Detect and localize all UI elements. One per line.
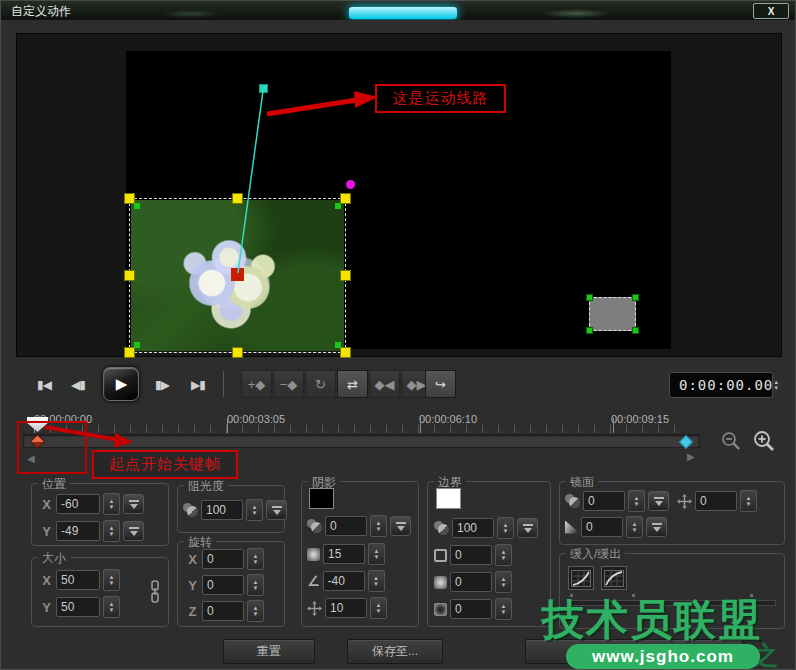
size-x-spinner[interactable] <box>103 569 120 591</box>
soft-edge-icon <box>434 576 447 589</box>
play-button[interactable]: ▶ <box>103 367 139 401</box>
border-soft-edge-input[interactable] <box>450 572 492 592</box>
position-x-slider-button[interactable] <box>123 494 144 514</box>
remove-keyframe-button[interactable]: −◆ <box>273 370 304 398</box>
transparency-icon <box>434 521 449 535</box>
border-depth-spinner[interactable] <box>495 598 512 620</box>
resize-handle[interactable] <box>340 193 351 204</box>
opacity-spinner[interactable] <box>246 499 263 521</box>
mirror-transparency-slider-button[interactable] <box>648 491 669 511</box>
rotation-x-input[interactable] <box>202 549 244 569</box>
position-x-spinner[interactable] <box>103 493 120 515</box>
shadow-angle-input[interactable] <box>323 571 365 591</box>
motion-curve-button[interactable]: ↪ <box>425 370 456 398</box>
motion-keyframe-dot[interactable] <box>346 180 355 189</box>
mirror-gradient-spinner[interactable] <box>626 516 643 538</box>
resize-handle[interactable] <box>232 347 243 358</box>
position-y-slider-button[interactable] <box>123 521 144 541</box>
shadow-color-swatch[interactable] <box>309 488 334 509</box>
rotate-handle[interactable] <box>632 327 639 334</box>
mirror-transparency-input[interactable] <box>583 491 625 511</box>
shadow-group: 阴影 ∠ <box>301 481 419 627</box>
rotation-z-input[interactable] <box>202 601 244 621</box>
anchor-point-marker[interactable] <box>231 268 244 281</box>
ease-in-button[interactable] <box>568 566 594 590</box>
ruler-tick-label: 00:00:06:10 <box>419 413 477 425</box>
x-axis-label: X <box>40 573 53 588</box>
resize-handle[interactable] <box>340 347 351 358</box>
rotation-y-spinner[interactable] <box>247 574 264 596</box>
border-soft-edge-spinner[interactable] <box>495 571 512 593</box>
mirror-distance-input[interactable] <box>695 491 737 511</box>
scroll-right-icon[interactable]: ▶ <box>687 451 695 462</box>
zoom-out-icon[interactable] <box>721 431 741 451</box>
mirror-distance-spinner[interactable] <box>740 490 757 512</box>
shadow-transparency-input[interactable] <box>325 516 367 536</box>
rotate-handle[interactable] <box>134 342 140 348</box>
rotate-handle[interactable] <box>134 203 140 209</box>
position-y-input[interactable] <box>56 521 100 541</box>
opacity-input[interactable] <box>201 500 243 520</box>
shadow-distance-input[interactable] <box>325 598 367 618</box>
shadow-soft-edge-input[interactable] <box>323 544 365 564</box>
position-x-input[interactable] <box>56 494 100 514</box>
timecode-display[interactable]: 0:00:00.00 <box>669 372 773 398</box>
save-to-button[interactable]: 保存至... <box>347 639 443 664</box>
step-back-button[interactable]: ◀▮ <box>63 371 93 399</box>
resize-handle[interactable] <box>124 347 135 358</box>
border-size-spinner[interactable] <box>495 544 512 566</box>
size-y-spinner[interactable] <box>103 596 120 618</box>
border-transparency-spinner[interactable] <box>497 517 514 539</box>
go-to-start-button[interactable]: ▮◀ <box>29 371 59 399</box>
position-y-spinner[interactable] <box>103 520 120 542</box>
title-bar[interactable]: 自定义动作 X <box>1 1 796 20</box>
gradient-icon <box>565 521 578 534</box>
reset-button[interactable]: 重置 <box>223 639 315 664</box>
go-to-end-button[interactable]: ▶▮ <box>183 371 213 399</box>
timecode-spinner[interactable] <box>773 375 779 395</box>
mirror-gradient-slider-button[interactable] <box>646 517 667 537</box>
border-transparency-input[interactable] <box>452 518 494 538</box>
step-forward-button[interactable]: ▮▶ <box>147 371 177 399</box>
rotate-handle[interactable] <box>586 294 593 301</box>
shadow-soft-edge-spinner[interactable] <box>368 543 385 565</box>
resize-handle[interactable] <box>232 193 243 204</box>
prev-keyframe-button[interactable]: ◆◀ <box>369 370 400 398</box>
opacity-icon <box>183 503 198 517</box>
size-y-input[interactable] <box>56 597 100 617</box>
rotate-handle[interactable] <box>335 342 341 348</box>
clip-selection-box[interactable] <box>129 198 346 353</box>
border-depth-input[interactable] <box>450 599 492 619</box>
shadow-transparency-spinner[interactable] <box>370 515 387 537</box>
link-aspect-icon[interactable] <box>149 580 161 604</box>
rotation-x-spinner[interactable] <box>247 548 264 570</box>
close-button[interactable]: X <box>753 3 789 19</box>
rotation-z-spinner[interactable] <box>247 600 264 622</box>
shadow-angle-spinner[interactable] <box>368 570 385 592</box>
add-keyframe-button[interactable]: +◆ <box>241 370 272 398</box>
motion-end-position-box[interactable] <box>589 297 636 331</box>
y-axis-label: Y <box>186 578 199 593</box>
motion-path-node[interactable] <box>259 84 268 93</box>
border-size-input[interactable] <box>450 545 492 565</box>
border-color-swatch[interactable] <box>436 488 461 509</box>
reverse-keyframes-button[interactable]: ⇄ <box>337 370 368 398</box>
rotation-y-input[interactable] <box>202 575 244 595</box>
ease-out-icon <box>604 570 624 587</box>
mirror-transparency-spinner[interactable] <box>628 490 645 512</box>
zoom-in-icon[interactable] <box>753 430 775 452</box>
rotate-handle[interactable] <box>335 203 341 209</box>
mirror-gradient-input[interactable] <box>581 517 623 537</box>
shadow-transparency-slider-button[interactable] <box>390 516 411 536</box>
rotate-handle[interactable] <box>586 327 593 334</box>
size-x-input[interactable] <box>56 570 100 590</box>
shadow-distance-spinner[interactable] <box>370 597 387 619</box>
resize-handle[interactable] <box>340 270 351 281</box>
timeline-track[interactable] <box>23 434 700 448</box>
rotate-handle[interactable] <box>632 294 639 301</box>
resize-handle[interactable] <box>124 270 135 281</box>
ease-out-button[interactable] <box>601 566 627 590</box>
opacity-slider-button[interactable] <box>266 500 287 520</box>
flip-keyframes-button[interactable]: ↻ <box>305 370 336 398</box>
border-transparency-slider-button[interactable] <box>517 518 538 538</box>
